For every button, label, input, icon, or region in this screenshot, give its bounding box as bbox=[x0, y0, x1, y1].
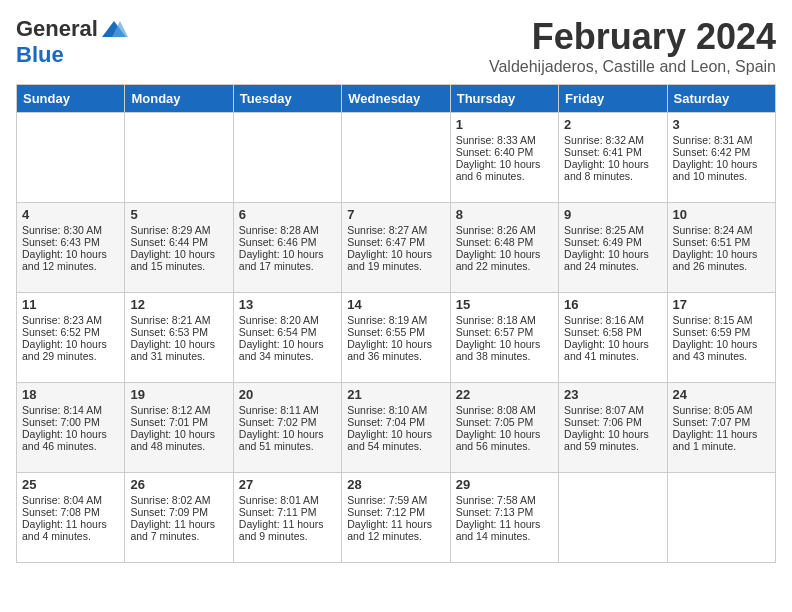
day-info-line: Sunset: 6:57 PM bbox=[456, 326, 553, 338]
day-info-line: Daylight: 10 hours bbox=[239, 428, 336, 440]
day-info-line: Sunrise: 8:05 AM bbox=[673, 404, 770, 416]
day-info-line: Sunrise: 8:08 AM bbox=[456, 404, 553, 416]
day-info-line: Sunrise: 8:14 AM bbox=[22, 404, 119, 416]
day-info-line: Sunrise: 8:10 AM bbox=[347, 404, 444, 416]
day-info-line: Sunrise: 8:33 AM bbox=[456, 134, 553, 146]
day-info-line: Sunrise: 8:29 AM bbox=[130, 224, 227, 236]
day-number: 15 bbox=[456, 297, 553, 312]
day-info-line: and 24 minutes. bbox=[564, 260, 661, 272]
day-info-line: Daylight: 10 hours bbox=[347, 338, 444, 350]
day-info-line: Sunrise: 8:25 AM bbox=[564, 224, 661, 236]
week-row-4: 18Sunrise: 8:14 AMSunset: 7:00 PMDayligh… bbox=[17, 383, 776, 473]
col-header-wednesday: Wednesday bbox=[342, 85, 450, 113]
day-info-line: and 51 minutes. bbox=[239, 440, 336, 452]
title-area: February 2024 Valdehijaderos, Castille a… bbox=[489, 16, 776, 76]
day-info-line: and 10 minutes. bbox=[673, 170, 770, 182]
day-info-line: Daylight: 10 hours bbox=[239, 248, 336, 260]
col-header-monday: Monday bbox=[125, 85, 233, 113]
day-info-line: Sunset: 6:46 PM bbox=[239, 236, 336, 248]
day-cell: 18Sunrise: 8:14 AMSunset: 7:00 PMDayligh… bbox=[17, 383, 125, 473]
day-cell: 1Sunrise: 8:33 AMSunset: 6:40 PMDaylight… bbox=[450, 113, 558, 203]
logo-icon bbox=[100, 19, 128, 39]
day-info-line: Daylight: 10 hours bbox=[347, 428, 444, 440]
day-cell: 14Sunrise: 8:19 AMSunset: 6:55 PMDayligh… bbox=[342, 293, 450, 383]
day-info-line: Sunrise: 7:58 AM bbox=[456, 494, 553, 506]
day-info-line: and 38 minutes. bbox=[456, 350, 553, 362]
day-info-line: Daylight: 10 hours bbox=[564, 248, 661, 260]
day-info-line: Sunset: 7:09 PM bbox=[130, 506, 227, 518]
day-info-line: Sunset: 7:02 PM bbox=[239, 416, 336, 428]
day-info-line: Sunrise: 8:27 AM bbox=[347, 224, 444, 236]
day-info-line: Sunrise: 8:31 AM bbox=[673, 134, 770, 146]
day-info-line: Daylight: 11 hours bbox=[239, 518, 336, 530]
day-info-line: Daylight: 10 hours bbox=[130, 338, 227, 350]
day-info-line: Daylight: 10 hours bbox=[22, 428, 119, 440]
day-number: 26 bbox=[130, 477, 227, 492]
day-info-line: Sunrise: 8:18 AM bbox=[456, 314, 553, 326]
day-number: 2 bbox=[564, 117, 661, 132]
day-info-line: Daylight: 11 hours bbox=[22, 518, 119, 530]
day-info-line: Sunrise: 7:59 AM bbox=[347, 494, 444, 506]
day-info-line: Sunrise: 8:28 AM bbox=[239, 224, 336, 236]
col-header-saturday: Saturday bbox=[667, 85, 775, 113]
day-info-line: Sunset: 6:48 PM bbox=[456, 236, 553, 248]
col-header-friday: Friday bbox=[559, 85, 667, 113]
day-info-line: Sunrise: 8:26 AM bbox=[456, 224, 553, 236]
day-info-line: Sunset: 6:51 PM bbox=[673, 236, 770, 248]
header-row: SundayMondayTuesdayWednesdayThursdayFrid… bbox=[17, 85, 776, 113]
day-number: 22 bbox=[456, 387, 553, 402]
day-cell bbox=[125, 113, 233, 203]
day-info-line: and 46 minutes. bbox=[22, 440, 119, 452]
day-number: 20 bbox=[239, 387, 336, 402]
day-info-line: Sunset: 7:06 PM bbox=[564, 416, 661, 428]
day-info-line: and 41 minutes. bbox=[564, 350, 661, 362]
week-row-1: 1Sunrise: 8:33 AMSunset: 6:40 PMDaylight… bbox=[17, 113, 776, 203]
day-info-line: and 19 minutes. bbox=[347, 260, 444, 272]
day-info-line: Sunrise: 8:02 AM bbox=[130, 494, 227, 506]
day-info-line: Daylight: 10 hours bbox=[673, 158, 770, 170]
day-number: 9 bbox=[564, 207, 661, 222]
day-cell: 5Sunrise: 8:29 AMSunset: 6:44 PMDaylight… bbox=[125, 203, 233, 293]
week-row-2: 4Sunrise: 8:30 AMSunset: 6:43 PMDaylight… bbox=[17, 203, 776, 293]
day-info-line: and 14 minutes. bbox=[456, 530, 553, 542]
day-info-line: Daylight: 11 hours bbox=[130, 518, 227, 530]
day-number: 21 bbox=[347, 387, 444, 402]
day-info-line: Sunrise: 8:16 AM bbox=[564, 314, 661, 326]
day-cell bbox=[17, 113, 125, 203]
day-cell: 3Sunrise: 8:31 AMSunset: 6:42 PMDaylight… bbox=[667, 113, 775, 203]
day-info-line: Sunset: 7:01 PM bbox=[130, 416, 227, 428]
day-number: 27 bbox=[239, 477, 336, 492]
day-info-line: Sunrise: 8:01 AM bbox=[239, 494, 336, 506]
day-info-line: Sunrise: 8:20 AM bbox=[239, 314, 336, 326]
day-cell: 26Sunrise: 8:02 AMSunset: 7:09 PMDayligh… bbox=[125, 473, 233, 563]
day-info-line: Sunset: 7:12 PM bbox=[347, 506, 444, 518]
day-info-line: Sunset: 6:44 PM bbox=[130, 236, 227, 248]
day-info-line: and 29 minutes. bbox=[22, 350, 119, 362]
day-info-line: Sunrise: 8:30 AM bbox=[22, 224, 119, 236]
day-info-line: and 34 minutes. bbox=[239, 350, 336, 362]
day-number: 29 bbox=[456, 477, 553, 492]
day-cell: 10Sunrise: 8:24 AMSunset: 6:51 PMDayligh… bbox=[667, 203, 775, 293]
day-cell: 27Sunrise: 8:01 AMSunset: 7:11 PMDayligh… bbox=[233, 473, 341, 563]
day-info-line: Sunset: 7:08 PM bbox=[22, 506, 119, 518]
day-info-line: Daylight: 10 hours bbox=[22, 338, 119, 350]
day-info-line: and 8 minutes. bbox=[564, 170, 661, 182]
day-cell bbox=[667, 473, 775, 563]
day-info-line: Daylight: 10 hours bbox=[347, 248, 444, 260]
col-header-tuesday: Tuesday bbox=[233, 85, 341, 113]
day-number: 12 bbox=[130, 297, 227, 312]
day-info-line: Daylight: 10 hours bbox=[22, 248, 119, 260]
day-info-line: and 22 minutes. bbox=[456, 260, 553, 272]
day-number: 11 bbox=[22, 297, 119, 312]
day-info-line: Sunrise: 8:15 AM bbox=[673, 314, 770, 326]
day-number: 25 bbox=[22, 477, 119, 492]
day-info-line: Sunset: 6:53 PM bbox=[130, 326, 227, 338]
day-info-line: Daylight: 10 hours bbox=[564, 158, 661, 170]
logo-blue-text: Blue bbox=[16, 42, 64, 68]
day-number: 14 bbox=[347, 297, 444, 312]
day-info-line: Daylight: 10 hours bbox=[673, 248, 770, 260]
day-cell: 9Sunrise: 8:25 AMSunset: 6:49 PMDaylight… bbox=[559, 203, 667, 293]
day-number: 5 bbox=[130, 207, 227, 222]
day-cell: 7Sunrise: 8:27 AMSunset: 6:47 PMDaylight… bbox=[342, 203, 450, 293]
day-info-line: Daylight: 10 hours bbox=[673, 338, 770, 350]
